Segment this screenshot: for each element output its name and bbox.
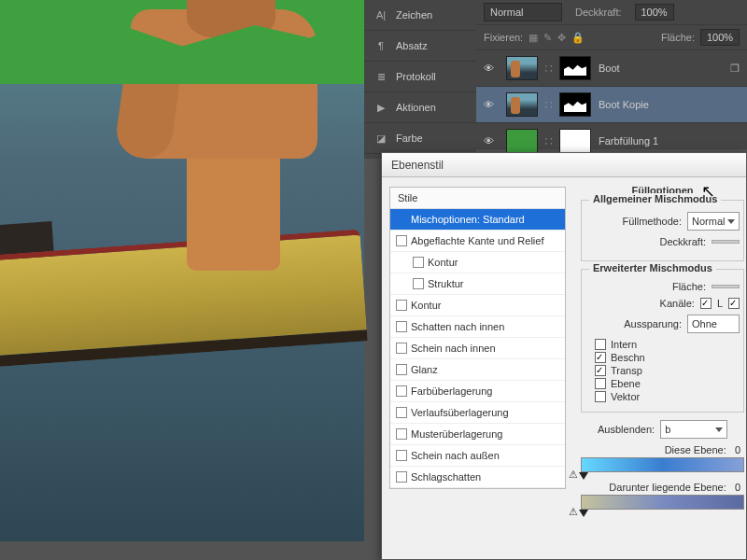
knockout-dropdown[interactable]: Ohne (687, 315, 740, 333)
this-layer-blend-slider[interactable]: ⚠ (581, 457, 744, 472)
protokoll-icon: ≣ (374, 69, 388, 84)
mask-thumbnail[interactable] (559, 56, 591, 80)
blend-mode-dropdown[interactable]: Normal (484, 3, 562, 21)
visibility-eye-icon[interactable]: 👁 (484, 63, 499, 74)
opacity-slider[interactable] (712, 240, 740, 244)
layer-name[interactable]: Boot Kopie (599, 99, 649, 110)
adv-check-label: Beschn (611, 352, 645, 363)
fill-method-dropdown[interactable]: Normal (687, 212, 740, 231)
style-checkbox[interactable] (396, 235, 407, 246)
layer-row[interactable]: 👁⸬Boot❐ (476, 50, 747, 87)
visibility-eye-icon[interactable]: 👁 (484, 135, 499, 147)
adv-checkbox[interactable] (595, 352, 606, 363)
style-option-label: Verlaufsüberlagerung (411, 407, 509, 418)
style-option[interactable]: Musterüberlagerung (390, 424, 565, 445)
warning-icon: ⚠ (569, 506, 578, 518)
style-checkbox[interactable] (396, 321, 407, 332)
style-option[interactable]: Schein nach innen (390, 338, 565, 359)
adv-check-row: Beschn (595, 352, 740, 363)
style-option[interactable]: Struktur (390, 273, 565, 295)
side-item-aktionen[interactable]: ▶Aktionen (364, 92, 476, 123)
fill-value[interactable]: 100% (700, 29, 740, 46)
style-checkbox[interactable] (396, 364, 407, 375)
side-item-label: Zeichen (396, 9, 432, 21)
layer-thumbnail[interactable] (506, 129, 538, 153)
side-item-farbe[interactable]: ◪Farbe (364, 123, 476, 154)
lock-all-icon[interactable]: 🔒 (571, 32, 585, 44)
style-checkbox[interactable] (396, 450, 407, 461)
layer-row[interactable]: 👁⸬Boot Kopie (476, 87, 747, 123)
adv-checkbox[interactable] (595, 365, 606, 376)
this-layer-value: 0 (735, 444, 740, 455)
style-checkbox[interactable] (396, 407, 407, 418)
channel-2-checkbox[interactable] (728, 298, 740, 309)
style-checkbox[interactable] (396, 471, 407, 483)
under-layer-blend-slider[interactable]: ⚠ (581, 495, 744, 510)
side-item-label: Absatz (396, 40, 428, 51)
style-checkbox[interactable] (413, 257, 424, 268)
style-option[interactable]: Verlaufsüberlagerung (390, 402, 565, 424)
lock-position-icon[interactable]: ✥ (557, 32, 566, 44)
style-option[interactable]: Mischoptionen: Standard (390, 209, 565, 231)
mask-thumbnail[interactable] (559, 92, 591, 117)
link-icon[interactable]: ⸬ (545, 135, 552, 147)
style-option-label: Struktur (428, 278, 464, 289)
style-option[interactable]: Kontur (390, 252, 565, 273)
layer-name[interactable]: Farbfüllung 1 (599, 135, 658, 147)
style-checkbox[interactable] (396, 343, 407, 354)
adv-checkbox[interactable] (595, 339, 606, 350)
style-option[interactable]: Schlagschatten (390, 467, 565, 488)
slider-handle-black[interactable] (579, 510, 588, 517)
link-icon[interactable]: ⸬ (545, 99, 552, 111)
channel-L-checkbox[interactable] (700, 298, 712, 309)
adv-check-row: Transp (595, 365, 740, 376)
style-option[interactable]: Farbüberlagerung (390, 381, 565, 402)
blend-if-dropdown[interactable]: b (660, 420, 727, 439)
image-canvas[interactable] (0, 0, 364, 541)
slider-handle-black[interactable] (579, 472, 588, 480)
warning-icon: ⚠ (569, 469, 578, 481)
mask-thumbnail[interactable] (559, 129, 591, 153)
link-icon[interactable]: ⸬ (545, 63, 552, 75)
absatz-icon: ¶ (374, 38, 388, 53)
style-checkbox[interactable] (396, 300, 407, 311)
style-checkbox[interactable] (396, 428, 407, 440)
styles-header: Stile (390, 188, 565, 209)
opacity-label: Deckkraft: (575, 7, 622, 18)
chevron-down-icon (727, 219, 735, 224)
side-item-zeichen[interactable]: A|Zeichen (364, 0, 476, 31)
side-item-protokoll[interactable]: ≣Protokoll (364, 62, 476, 92)
style-checkbox[interactable] (413, 278, 424, 289)
blend-mode-value: Normal (490, 7, 523, 18)
adv-check-row: Intern (595, 339, 740, 350)
general-blend-legend: Allgemeiner Mischmodus (589, 193, 721, 204)
side-item-label: Protokoll (396, 71, 436, 82)
styles-list: Stile Mischoptionen: StandardAbgeflachte… (389, 187, 566, 489)
opacity-value[interactable]: 100% (635, 4, 674, 21)
style-option[interactable]: Abgeflachte Kante und Relief (390, 231, 565, 252)
visibility-eye-icon[interactable]: 👁 (484, 99, 499, 110)
layer-thumbnail[interactable] (506, 56, 538, 80)
style-option-label: Schein nach innen (411, 343, 496, 354)
channel-L-label: L (717, 298, 723, 309)
fill-slider[interactable] (712, 285, 740, 288)
adv-checkbox[interactable] (595, 391, 606, 402)
lock-paint-icon[interactable]: ✎ (543, 32, 552, 44)
channels-label: Kanäle: (660, 298, 695, 309)
style-option-label: Glanz (411, 364, 438, 375)
layer-thumbnail[interactable] (506, 92, 538, 117)
style-option[interactable]: Schein nach außen (390, 445, 565, 467)
advanced-blend-legend: Erweiterter Mischmodus (589, 262, 716, 273)
style-option[interactable]: Glanz (390, 359, 565, 381)
adv-checkbox[interactable] (595, 378, 606, 389)
lock-transparency-icon[interactable]: ▦ (529, 32, 538, 44)
style-option[interactable]: Kontur (390, 295, 565, 316)
style-option[interactable]: Schatten nach innen (390, 316, 565, 338)
side-item-absatz[interactable]: ¶Absatz (364, 31, 476, 62)
dialog-title[interactable]: Ebenenstil (382, 153, 746, 177)
style-checkbox[interactable] (396, 385, 407, 397)
duplicate-icon[interactable]: ❐ (730, 63, 740, 75)
farbe-icon: ◪ (374, 131, 388, 146)
layer-name[interactable]: Boot (599, 63, 620, 74)
style-option-label: Kontur (428, 257, 458, 268)
